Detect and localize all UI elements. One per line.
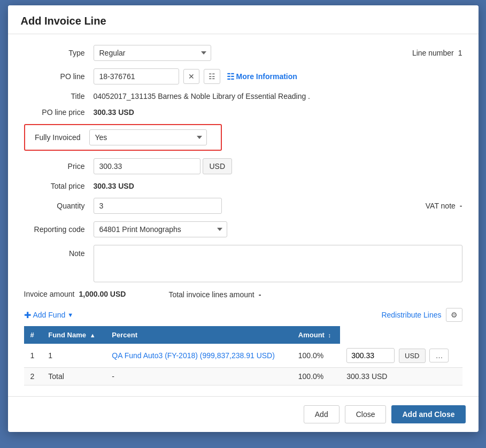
modal-footer: Add Close Add and Close: [8, 396, 479, 432]
modal-header: Add Invoice Line: [8, 5, 479, 34]
more-information-text: More Information: [236, 72, 297, 81]
total-invoice-lines-label: Total invoice lines amount: [168, 290, 254, 299]
more-information-link[interactable]: ☷ More Information: [227, 72, 297, 82]
vat-section: VAT note -: [426, 202, 462, 210]
fund-toolbar: ✚ Add Fund ▼ Redistribute Lines ⚙: [24, 308, 462, 322]
close-button[interactable]: Close: [345, 405, 387, 423]
price-row: Price USD: [24, 158, 462, 174]
total-price-label: Total price: [24, 182, 94, 190]
price-label: Price: [24, 162, 94, 171]
quantity-field: [94, 198, 394, 214]
note-textarea[interactable]: [94, 245, 462, 282]
fully-invoiced-row: Fully Invoiced Yes No: [24, 124, 462, 151]
add-fund-button[interactable]: ✚ Add Fund ▼: [24, 310, 74, 320]
fund-actions: Redistribute Lines ⚙: [381, 308, 462, 322]
row-percent: 100.0%: [292, 344, 340, 368]
title-row: Title 04052017_131135 Barnes & Noble Lib…: [24, 92, 462, 101]
line-number-label: Line number: [412, 49, 454, 57]
fund-settings-button[interactable]: ⚙: [446, 308, 462, 322]
row-amount: USD …: [340, 344, 462, 368]
row-fund-name: QA Fund Auto3 (FY-2018) (999,837,238.91 …: [105, 344, 291, 368]
fully-invoiced-label: Fully Invoiced: [30, 133, 89, 142]
redistribute-lines-link[interactable]: Redistribute Lines: [381, 311, 441, 319]
invoice-amount-value: 1,000.00 USD: [79, 290, 126, 298]
type-label: Type: [24, 49, 94, 57]
invoice-amount-label: Invoice amount: [24, 290, 75, 298]
amount-sort-icon: ↕: [328, 332, 331, 338]
po-line-price-field: 300.33 USD: [94, 108, 462, 117]
po-line-list-button[interactable]: ☷: [204, 69, 220, 84]
total-price-value: 300.33 USD: [94, 182, 134, 190]
total-price-field: 300.33 USD: [94, 182, 462, 190]
fund-table-header-row: # Fund Name ▲ Percent Amount ↕: [24, 326, 462, 344]
vat-note-label: VAT note: [426, 202, 456, 210]
col-row-num: #: [24, 326, 42, 344]
modal-overlay: Add Invoice Line Type Regular Credit Sub…: [0, 0, 486, 448]
invoice-amounts-section: Invoice amount 1,000.00 USD Total invoic…: [24, 290, 462, 299]
type-field: Regular Credit Subscription: [94, 45, 391, 61]
po-line-label: PO line: [24, 72, 94, 81]
vat-note-value: -: [460, 202, 462, 210]
title-value: 04052017_131135 Barnes & Noble Library o…: [94, 92, 311, 101]
po-line-price-value: 300.33 USD: [94, 108, 134, 117]
total-invoice-block: Total invoice lines amount -: [168, 290, 261, 299]
quantity-row: Quantity VAT note -: [24, 198, 462, 214]
line-number-value: 1: [458, 49, 462, 57]
price-field: USD: [94, 158, 462, 174]
total-percent: 100.0%: [292, 368, 340, 385]
fund-table: # Fund Name ▲ Percent Amount ↕ 1: [24, 326, 462, 385]
invoice-amount-block: Invoice amount 1,000.00 USD: [24, 290, 126, 298]
amount-usd-badge: USD: [399, 349, 425, 363]
col-fund-name: Fund Name ▲: [42, 326, 105, 344]
col-amount: Amount ↕: [292, 326, 340, 344]
add-invoice-line-modal: Add Invoice Line Type Regular Credit Sub…: [8, 5, 479, 432]
price-currency-badge: USD: [203, 158, 233, 174]
reporting-code-row: Reporting code 64801 Print Monographs: [24, 221, 462, 237]
fund-link[interactable]: QA Fund Auto3 (FY-2018) (999,837,238.91 …: [112, 351, 275, 360]
plus-icon: ✚: [24, 310, 31, 320]
price-input[interactable]: [94, 158, 200, 174]
total-index: 2: [24, 368, 42, 385]
add-button[interactable]: Add: [304, 405, 340, 423]
title-field: 04052017_131135 Barnes & Noble Library o…: [94, 92, 462, 101]
total-amount: 300.33 USD: [340, 368, 462, 385]
fund-total-row: 2 Total - 100.0% 300.33 USD: [24, 368, 462, 385]
po-line-input[interactable]: [94, 68, 179, 84]
row-hash: 1: [42, 344, 105, 368]
amount-input[interactable]: [346, 348, 395, 363]
po-line-row: PO line ✕ ☷ ☷ More Information: [24, 68, 462, 84]
total-invoice-lines-value: -: [259, 290, 261, 299]
reporting-code-label: Reporting code: [24, 225, 94, 234]
reporting-code-field: 64801 Print Monographs: [94, 221, 462, 237]
po-line-price-label: PO line price: [24, 108, 94, 117]
add-fund-dropdown-icon: ▼: [67, 312, 73, 318]
total-fund-name: -: [105, 368, 291, 385]
clear-po-line-button[interactable]: ✕: [183, 69, 199, 84]
quantity-input[interactable]: [94, 198, 222, 214]
fully-invoiced-container: Fully Invoiced Yes No: [24, 124, 222, 151]
row-index: 1: [24, 344, 42, 368]
add-fund-label: Add Fund: [33, 311, 66, 319]
quantity-label: Quantity: [24, 202, 94, 210]
fully-invoiced-select[interactable]: Yes No: [89, 129, 207, 145]
fund-name-sort-icon: ▲: [90, 332, 96, 338]
fund-table-row: 1 1 QA Fund Auto3 (FY-2018) (999,837,238…: [24, 344, 462, 368]
note-label: Note: [24, 245, 94, 258]
total-price-row: Total price 300.33 USD: [24, 182, 462, 190]
row-more-button[interactable]: …: [429, 349, 449, 362]
modal-title: Add Invoice Line: [21, 15, 466, 27]
title-label: Title: [24, 92, 94, 101]
info-icon: ☷: [227, 72, 234, 82]
po-line-field: ✕ ☷ ☷ More Information: [94, 68, 462, 84]
note-field: [94, 245, 462, 282]
modal-body: Type Regular Credit Subscription Line nu…: [8, 34, 479, 396]
reporting-code-select[interactable]: 64801 Print Monographs: [94, 221, 227, 237]
type-row: Type Regular Credit Subscription Line nu…: [24, 45, 462, 61]
col-percent: Percent: [105, 326, 291, 344]
note-row: Note: [24, 245, 462, 282]
add-and-close-button[interactable]: Add and Close: [391, 405, 465, 423]
type-select[interactable]: Regular Credit Subscription: [94, 45, 211, 61]
total-hash: Total: [42, 368, 105, 385]
po-line-price-row: PO line price 300.33 USD: [24, 108, 462, 117]
